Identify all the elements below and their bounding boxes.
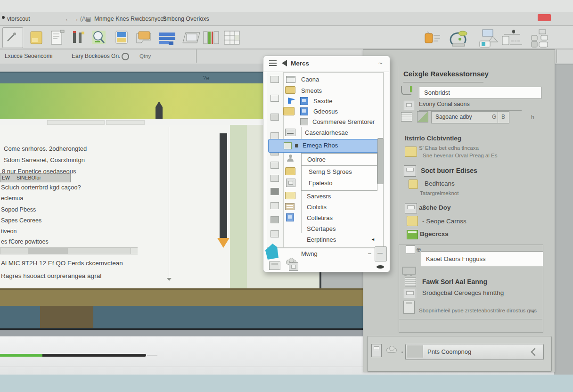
measure-tool-button[interactable]	[69, 29, 86, 46]
export-checkbox[interactable]	[406, 245, 415, 254]
selected-row-label: Emega Rhos	[303, 142, 338, 149]
row3-blue-icon	[300, 97, 308, 105]
dimension-arrow-icon	[217, 238, 229, 248]
dropdown-scrollbar[interactable]	[377, 75, 383, 301]
bottom-frame-icon[interactable]	[289, 262, 298, 271]
style-input[interactable]: Sagoane adby G B	[431, 111, 509, 123]
magnifier-tool-button[interactable]	[90, 29, 107, 46]
dropdown-scrollbar-thumb[interactable]	[377, 138, 384, 184]
menu-row[interactable]: Caseralorhesae	[305, 129, 348, 136]
titlebar	[0, 0, 573, 12]
history-forward-icon[interactable]: →	[73, 16, 79, 22]
orange-doc-button[interactable]	[423, 29, 440, 46]
export-input[interactable]: Kaoet Oaors Fngguss	[421, 251, 543, 266]
canvas-scrollbar-thumb[interactable]	[28, 248, 68, 254]
panel-item-2[interactable]: Bedhtcans	[425, 180, 455, 187]
document-tool-button[interactable]	[49, 29, 66, 46]
monitor-box-button[interactable]	[477, 29, 494, 46]
filter-mid-label[interactable]: Eary Bockoeos Gn.	[72, 53, 120, 59]
panel-item-7[interactable]: Srodigcbal Ceroegcs himtthg	[422, 289, 504, 296]
window-frame-button[interactable]	[181, 29, 198, 46]
row8-box: Oolroe	[301, 153, 377, 166]
name-input[interactable]: Sonbridst	[419, 87, 541, 99]
panel-item-4[interactable]: - Seope Carnss	[422, 218, 467, 225]
menu-item-manage[interactable]: Mnmge Knes Rwcbcsnyces	[94, 16, 167, 22]
menu-row[interactable]: Eerptinnes	[307, 236, 336, 243]
menu-row-selected[interactable]: Emega Rhos	[268, 139, 382, 153]
panel-note-1a: S' Ehas bet edha tlncaxa	[419, 145, 479, 151]
panel-section-2: Itstrrio Cicbtvntieg	[405, 135, 461, 142]
sketch-tools-button[interactable]	[500, 29, 517, 46]
panel-item-6[interactable]: Fawk Sorl Aal Eanng	[422, 278, 487, 286]
footer-select[interactable]: Pnts Coompnog	[405, 344, 544, 360]
style-badge[interactable]: B	[501, 114, 505, 120]
scribble-icon	[401, 86, 411, 95]
dropdown-collapse-icon[interactable]: ~	[378, 59, 383, 67]
zoom-tool-icon[interactable]: (A▤	[80, 16, 91, 22]
canvas-text-1: Come snrhoros. 2odherongted	[4, 145, 87, 152]
desk-object	[40, 306, 93, 328]
dropdown-menu: Mercs ~ Caona Smeots Saxdte Gdeosus Cosm…	[263, 56, 390, 272]
menu-row[interactable]: Saxdte	[313, 98, 332, 105]
menu-row[interactable]: Oolroe	[307, 156, 326, 163]
orbit-scene-button[interactable]	[449, 29, 466, 46]
components-button[interactable]	[529, 29, 546, 46]
dropdown-icon-rail	[267, 72, 284, 247]
filter-left-label[interactable]: Lxucce Seoencomi	[5, 53, 52, 59]
menu-row[interactable]: SCertapes	[307, 225, 336, 232]
close-button[interactable]	[538, 14, 551, 21]
layers-stack-button[interactable]	[157, 29, 174, 46]
dropdown-header: Mercs ~	[263, 56, 389, 72]
inset-left-label: EW	[2, 175, 10, 180]
panel-note-1b: Sne hevenar Orval Preag al Es	[423, 153, 498, 158]
bezel-progress-green	[0, 354, 42, 357]
menu-row[interactable]: Serng S Sgroes	[309, 168, 352, 175]
style-suffix: G	[492, 114, 496, 120]
item2-icon	[409, 180, 418, 189]
pen-tool-button[interactable]	[4, 29, 21, 46]
flag-panel-button[interactable]	[135, 29, 152, 46]
row5-grey-icon	[300, 118, 308, 125]
filter-q-label[interactable]: Qtny	[139, 53, 151, 59]
menu-row[interactable]: Ciolxtis	[307, 204, 327, 211]
item7-icon	[404, 289, 416, 298]
row4-folder-icon	[283, 107, 295, 115]
panel-item-5[interactable]: Bgecrcxs	[420, 230, 449, 237]
green-bars-button[interactable]	[202, 29, 219, 46]
footer-cloud-icon	[386, 348, 397, 353]
bottom-printer-icon[interactable]	[269, 261, 280, 270]
menu-item-overlays[interactable]: Smbcng Overioxs	[163, 16, 209, 22]
paint-bucket-button[interactable]	[113, 29, 130, 46]
folder-tool-button[interactable]	[28, 29, 45, 46]
menu-row[interactable]: Cosmmeree Sremtorer	[312, 118, 375, 125]
menu-row[interactable]: Fpatesto	[309, 180, 333, 187]
app-logo-icon	[2, 16, 5, 19]
history-back-forward-icon[interactable]: ←	[65, 16, 71, 22]
canvas-inset-bar[interactable]: EW SINEBOfor	[0, 173, 71, 182]
canvas-scrollbar[interactable]	[0, 247, 138, 254]
hamburger-icon[interactable]	[269, 60, 277, 61]
guide-arrow-icon	[167, 278, 172, 283]
truck-icon	[402, 267, 416, 275]
row6-drawer-icon	[285, 129, 295, 136]
record-circle-icon[interactable]	[122, 53, 129, 60]
menu-row[interactable]: Gdeosus	[313, 108, 338, 115]
panel-item-3[interactable]: a8che Doy	[419, 204, 451, 211]
menu-row[interactable]: Smeots	[301, 87, 322, 94]
canvas-list-4: tiveon	[1, 228, 16, 235]
swatch-icon	[417, 111, 428, 122]
panel-note-3: Sbopnirheleil pyoe zrsteteabostrtilre di…	[419, 308, 537, 313]
menu-row[interactable]: Caona	[301, 76, 319, 83]
side-mark: h	[531, 114, 534, 121]
canvas-text-2: Sdom Sarresret, Cosrxfmntgn	[4, 156, 85, 163]
grid-table-button[interactable]	[222, 29, 239, 46]
panel-item-1[interactable]: Soct buorr Edises	[421, 167, 477, 174]
menu-row[interactable]: Sarvesrs	[307, 193, 331, 200]
panel-note-2: Tatargreimeknot	[420, 190, 458, 196]
menu-footer-item[interactable]: Mwng	[301, 250, 318, 257]
footer-select-value: Pnts Coompnog	[427, 348, 471, 355]
wood-bar	[0, 288, 364, 307]
menu-row[interactable]: Cotletiras	[307, 214, 333, 221]
main-toolbar	[0, 26, 573, 49]
guide-line	[169, 127, 169, 279]
